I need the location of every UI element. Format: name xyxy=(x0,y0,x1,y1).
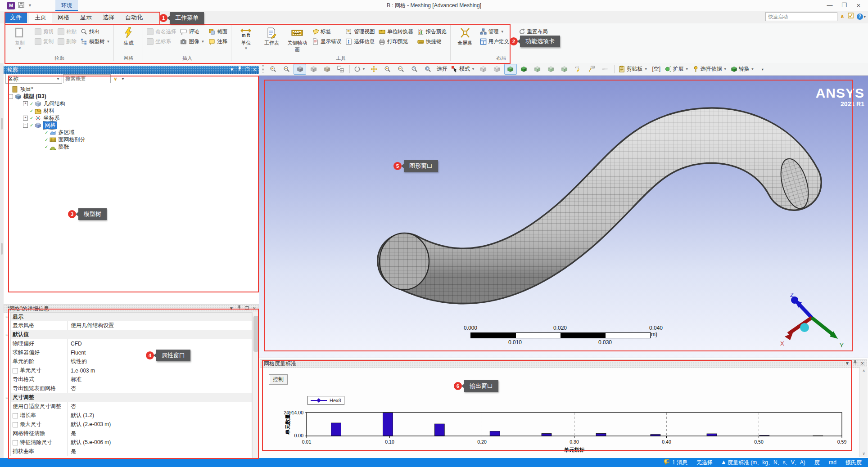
virtual-body-cube-icon[interactable] xyxy=(321,64,333,75)
panel-menu-icon[interactable]: ▼ xyxy=(845,359,850,368)
ribbon-button-单位[interactable]: m ft单位▼ xyxy=(234,25,258,50)
close-panel-icon[interactable]: × xyxy=(861,359,864,368)
float-icon[interactable]: ❐ xyxy=(245,305,249,313)
status-item-无选择[interactable]: 无选择 xyxy=(696,459,713,467)
tree-item-面网格剖分[interactable]: ✓面网格剖分 xyxy=(4,136,256,143)
status-item-度量标准 (m、kg、N、s、V、A)[interactable]: 度量标准 (m、kg、N、s、V、A) xyxy=(722,459,805,467)
xyz-triad-icon[interactable]: XYZ xyxy=(572,64,584,75)
tree-item-label[interactable]: 几何结构 xyxy=(43,100,65,108)
details-row-求解器偏好[interactable]: 求解器偏好Fluent xyxy=(4,348,252,357)
tree-item-模型 (B3)[interactable]: −模型 (B3) xyxy=(4,93,256,100)
toolbar-button-模式[interactable]: 模式▼ xyxy=(450,64,476,75)
ribbon-button-重置布局[interactable]: 重置布局 xyxy=(518,27,549,36)
ribbon-button-管理视图[interactable]: 管理视图 xyxy=(344,27,375,36)
panel-splitter[interactable] xyxy=(0,63,4,458)
expand-icon[interactable]: + xyxy=(23,116,28,121)
ribbon-button-关键帧动画[interactable]: 关键帧动画 xyxy=(285,25,309,53)
close-panel-icon[interactable]: × xyxy=(253,66,256,74)
details-scrollbar[interactable] xyxy=(252,312,259,458)
help-icon[interactable]: ?▼ xyxy=(857,13,867,20)
menu-tab-主页[interactable]: 主页 xyxy=(29,12,52,23)
collapse-icon[interactable]: ⊟ xyxy=(4,393,10,402)
tree-item-几何结构[interactable]: +✓几何结构 xyxy=(4,100,256,107)
ribbon-button-删除[interactable]: 删除 xyxy=(57,37,77,46)
viewports-icon[interactable] xyxy=(334,64,347,75)
dropdown-caret-icon[interactable]: ▼ xyxy=(751,67,755,71)
ribbon-button-全屏幕[interactable]: 全屏幕 xyxy=(453,25,477,46)
collapse-icon[interactable]: ⊟ xyxy=(4,330,10,339)
details-row-增长率[interactable]: 增长率默认 (1.2) xyxy=(4,411,252,420)
histogram-bar[interactable] xyxy=(707,434,717,436)
dropdown-caret-icon[interactable]: ▼ xyxy=(471,67,475,71)
details-row-特征清除尺寸[interactable]: 特征清除尺寸默认 (5.e-006 m) xyxy=(4,438,252,447)
outline-search-input[interactable] xyxy=(63,74,111,83)
scrollbar-thumb[interactable] xyxy=(253,316,258,352)
details-row-显示风格[interactable]: 显示风格使用几何结构设置 xyxy=(4,321,252,330)
tree-item-材料[interactable]: ✓材料 xyxy=(4,107,256,114)
ribbon-button-评论[interactable]: 评论 xyxy=(179,27,205,36)
restore-button[interactable]: ❐ xyxy=(837,1,851,9)
ribbon-button-截面[interactable]: 截面 xyxy=(208,27,228,36)
menu-tab-自动化[interactable]: 自动化 xyxy=(120,12,148,23)
overflow-caret-icon[interactable]: ▾ xyxy=(757,64,769,75)
status-item-度[interactable]: 度 xyxy=(814,459,820,467)
toolbar-button-扩展[interactable]: 扩展▼ xyxy=(664,64,690,75)
toolbar-grip[interactable] xyxy=(262,65,264,73)
ribbon-button-显示错误[interactable]: 显示错误 xyxy=(311,37,342,46)
property-value[interactable]: 否 xyxy=(68,402,252,411)
details-row-网格特征清除[interactable]: 网格特征清除是 xyxy=(4,429,252,438)
ribbon-button-模型树[interactable]: 模型树▼ xyxy=(80,37,111,46)
box-zoom-out-icon[interactable]: − xyxy=(280,64,293,75)
filter-nodes-icon[interactable] xyxy=(531,64,544,75)
dropdown-caret-icon[interactable]: ▼ xyxy=(685,67,689,71)
pan-icon[interactable] xyxy=(368,64,380,75)
checkbox[interactable] xyxy=(13,413,18,418)
histogram-bar[interactable] xyxy=(490,431,500,436)
filter-edges-icon[interactable] xyxy=(491,64,503,75)
menu-tab-文件[interactable]: 文件 xyxy=(5,12,27,23)
tree-item-坐标系[interactable]: +✓坐标系 xyxy=(4,114,256,121)
tree-item-label[interactable]: 膨胀 xyxy=(58,143,69,151)
zoom-box-icon[interactable] xyxy=(422,64,434,75)
filter-options-caret-icon[interactable]: ▼ xyxy=(121,77,125,81)
property-value[interactable]: 是 xyxy=(68,429,252,438)
close-panel-icon[interactable]: × xyxy=(253,305,256,313)
dropdown-caret-icon[interactable]: ▼ xyxy=(501,30,504,34)
tree-item-网格[interactable]: −✓网格 xyxy=(4,121,256,129)
dropdown-caret-icon[interactable]: ▼ xyxy=(362,67,366,71)
tree-item-label[interactable]: 面网格剖分 xyxy=(58,136,85,144)
property-value[interactable]: 否 xyxy=(68,384,252,393)
dropdown-caret-icon[interactable]: ▼ xyxy=(107,40,110,44)
metrics-scrollbar[interactable]: ∧ ∨ xyxy=(859,367,868,457)
ribbon-button-粘贴[interactable]: 粘贴 xyxy=(57,27,77,36)
ribbon-button-快捷键[interactable]: 快捷键 xyxy=(416,37,448,46)
minimize-button[interactable]: — xyxy=(823,1,836,9)
dropdown-caret-icon[interactable]: ▼ xyxy=(8,46,32,50)
details-panel-header[interactable]: “网格”的详细信息 ▼ ❐ × xyxy=(4,304,259,313)
panel-menu-icon[interactable]: ▼ xyxy=(230,66,234,74)
dropdown-caret-icon[interactable]: ▼ xyxy=(201,40,204,44)
property-value[interactable]: 使用几何结构设置 xyxy=(68,321,252,330)
ribbon-button-注释[interactable]: 注释 xyxy=(208,37,228,46)
splitter-grip[interactable] xyxy=(1,243,3,255)
toolbar-button-选择依据[interactable]: 选择依据▼ xyxy=(691,64,728,75)
expand-icon[interactable]: + xyxy=(23,101,28,106)
tree-item-项目*[interactable]: 项目* xyxy=(4,85,256,93)
shaded-cube-icon[interactable] xyxy=(294,64,306,75)
zoom-fit-icon[interactable] xyxy=(408,64,421,75)
graphics-viewport[interactable]: ANSYS 2021 R1 0.000 0.020 0.040 (m) 0.01… xyxy=(259,76,868,358)
details-row-导出预览表面网格[interactable]: 导出预览表面网格否 xyxy=(4,384,252,393)
histogram-bar[interactable] xyxy=(383,413,393,436)
outline-panel-header[interactable]: 轮廓 ▼ ❐ × xyxy=(4,66,259,74)
property-value[interactable]: 是 xyxy=(68,447,252,456)
close-button[interactable]: × xyxy=(852,1,865,9)
tree-item-label[interactable]: 模型 (B3) xyxy=(23,93,46,100)
histogram-bar[interactable] xyxy=(331,423,341,436)
coordinate-label-icon[interactable]: 100 xyxy=(585,64,598,75)
ribbon-button-工作表[interactable]: 工作表 xyxy=(260,25,283,46)
details-row-物理偏好[interactable]: 物理偏好CFD xyxy=(4,339,252,348)
dropdown-caret-icon[interactable]: ▼ xyxy=(234,46,258,50)
property-value[interactable]: 标准 xyxy=(68,375,252,384)
details-section-显示[interactable]: ⊟显示 xyxy=(4,312,252,321)
property-value[interactable]: 1.e-003 m xyxy=(68,366,252,375)
